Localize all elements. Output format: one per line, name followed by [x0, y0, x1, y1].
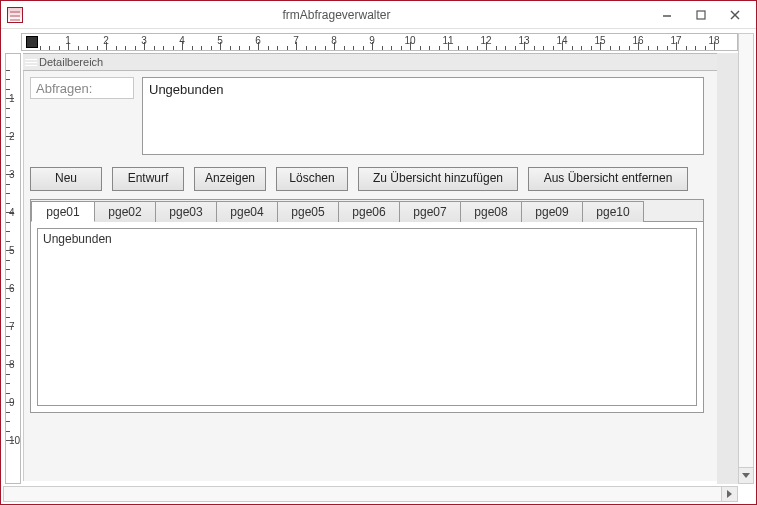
tab-pge07[interactable]: pge07	[399, 201, 461, 222]
vscroll-track[interactable]	[739, 34, 753, 467]
form-area: Detailbereich Abfragen: Ungebunden Neu E…	[23, 53, 717, 484]
titlebar[interactable]: frmAbfrageverwalter	[1, 1, 756, 29]
tab-pge08[interactable]: pge08	[460, 201, 522, 222]
hscroll-track[interactable]	[4, 487, 721, 501]
button-entwurf[interactable]: Entwurf	[112, 167, 184, 191]
access-object-icon	[7, 7, 23, 23]
maximize-button[interactable]	[684, 4, 718, 26]
button-loeschen[interactable]: Löschen	[276, 167, 348, 191]
button-zu-uebersicht[interactable]: Zu Übersicht hinzufügen	[358, 167, 518, 191]
minimize-button[interactable]	[650, 4, 684, 26]
tab-pge10[interactable]: pge10	[582, 201, 644, 222]
window-frame: frmAbfrageverwalter 12345678910111213141…	[0, 0, 757, 505]
tab-pge09[interactable]: pge09	[521, 201, 583, 222]
hscroll-right-arrow[interactable]	[721, 487, 737, 501]
button-neu[interactable]: Neu	[30, 167, 102, 191]
svg-rect-1	[697, 11, 705, 19]
section-header-label: Detailbereich	[39, 56, 103, 68]
button-anzeigen[interactable]: Anzeigen	[194, 167, 266, 191]
horizontal-scrollbar[interactable]	[3, 486, 738, 502]
detail-section-body[interactable]: Abfragen: Ungebunden Neu Entwurf Anzeige…	[23, 71, 717, 481]
tab-pge01[interactable]: pge01	[31, 201, 95, 222]
close-button[interactable]	[718, 4, 752, 26]
tab-pge06[interactable]: pge06	[338, 201, 400, 222]
design-surface[interactable]: Detailbereich Abfragen: Ungebunden Neu E…	[23, 53, 738, 484]
button-aus-uebersicht[interactable]: Aus Übersicht entfernen	[528, 167, 688, 191]
tab-pge05[interactable]: pge05	[277, 201, 339, 222]
label-abfragen[interactable]: Abfragen:	[30, 77, 134, 99]
section-header-detail[interactable]: Detailbereich	[23, 53, 717, 71]
window-title: frmAbfrageverwalter	[23, 8, 650, 22]
tab-content-textbox[interactable]: Ungebunden	[37, 228, 697, 406]
horizontal-ruler[interactable]: 123456789101112131415161718	[21, 33, 738, 51]
vertical-scrollbar[interactable]	[738, 33, 754, 484]
vertical-ruler[interactable]: 12345678910	[5, 53, 21, 484]
chevron-right-icon	[727, 490, 732, 498]
tab-pge02[interactable]: pge02	[94, 201, 156, 222]
section-grip-icon	[25, 55, 37, 69]
client-area: 123456789101112131415161718 12345678910 …	[1, 29, 756, 504]
tab-pge04[interactable]: pge04	[216, 201, 278, 222]
tab-control[interactable]: pge01pge02pge03pge04pge05pge06pge07pge08…	[30, 199, 704, 413]
chevron-down-icon	[742, 473, 750, 478]
tab-page-body: Ungebunden	[31, 222, 703, 412]
vscroll-down-arrow[interactable]	[739, 467, 753, 483]
tab-pge03[interactable]: pge03	[155, 201, 217, 222]
tab-strip: pge01pge02pge03pge04pge05pge06pge07pge08…	[31, 200, 703, 222]
listbox-abfragen[interactable]: Ungebunden	[142, 77, 704, 155]
